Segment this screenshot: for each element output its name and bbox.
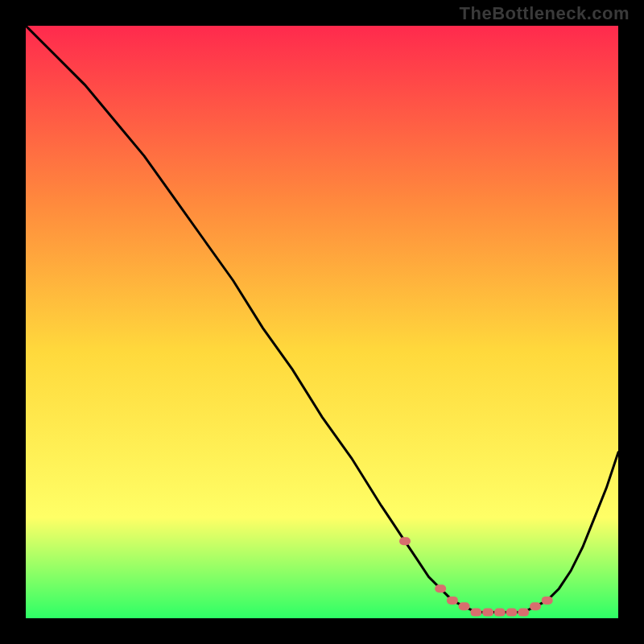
curve-marker bbox=[530, 602, 541, 610]
curve-marker bbox=[435, 584, 446, 592]
curve-marker bbox=[470, 609, 481, 617]
curve-marker bbox=[447, 597, 458, 605]
curve-marker bbox=[482, 609, 493, 617]
attribution-text: TheBottleneck.com bbox=[460, 3, 630, 24]
curve-marker bbox=[459, 602, 470, 610]
curve-marker bbox=[506, 609, 518, 617]
curve-marker bbox=[494, 609, 506, 617]
curve-marker bbox=[399, 537, 411, 545]
curve-marker bbox=[542, 597, 553, 605]
curve-marker bbox=[518, 609, 529, 617]
chart-background bbox=[26, 26, 618, 618]
bottleneck-chart bbox=[0, 0, 644, 644]
